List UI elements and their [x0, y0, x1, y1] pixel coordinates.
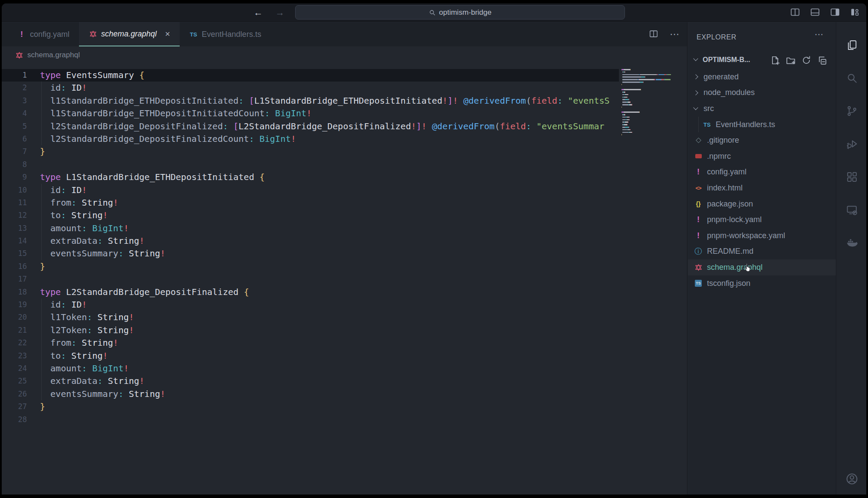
file-.npmrc[interactable]: .npmrc	[688, 148, 836, 164]
code-line-4[interactable]: 4 l1StandardBridge_ETHDepositInitiatedCo…	[2, 107, 619, 120]
tree-item-label: index.html	[707, 183, 743, 193]
file-schema.graphql[interactable]: schema.graphql	[688, 259, 836, 275]
source-control-icon[interactable]	[837, 98, 866, 124]
file-pnpm-lock.yaml[interactable]: !pnpm-lock.yaml	[688, 212, 836, 228]
code-line-18[interactable]: 18type L2StandardBridge_DepositFinalized…	[2, 286, 619, 298]
ts-icon: TS	[189, 31, 198, 38]
file-config.yaml[interactable]: !config.yaml	[688, 164, 836, 180]
split-editor-icon[interactable]	[649, 29, 659, 39]
new-file-icon[interactable]	[770, 56, 780, 67]
breadcrumb[interactable]: schema.graphql	[2, 46, 687, 64]
workspace-section-header[interactable]: OPTIMISM-B...	[688, 54, 836, 67]
line-number: 3	[2, 95, 27, 107]
line-number: 27	[2, 400, 27, 413]
minimap-line	[621, 72, 681, 73]
nav-back-icon[interactable]: ←	[253, 7, 264, 18]
code-line-15[interactable]: 15 eventsSummary: String!	[2, 247, 619, 260]
explorer-icon[interactable]	[837, 32, 866, 59]
line-number: 8	[2, 158, 27, 171]
tab-label: schema.graphql	[101, 29, 157, 39]
code-line-27[interactable]: 27}	[2, 400, 619, 413]
nav-forward-icon[interactable]: →	[274, 7, 286, 18]
minimap[interactable]	[621, 69, 681, 139]
tab-label: config.yaml	[30, 30, 69, 39]
customize-layout-icon[interactable]	[850, 7, 860, 17]
split-editor-icon[interactable]	[790, 7, 800, 17]
code-line-5[interactable]: 5 l2StandardBridge_DepositFinalized: [L2…	[2, 120, 619, 133]
vscode-window: ← → optimism-bridge !config.yamlschema.g…	[2, 3, 866, 495]
line-number: 11	[2, 197, 27, 209]
code-line-12[interactable]: 12 to: String!	[2, 209, 619, 222]
tree-item-label: EventHandlers.ts	[716, 120, 775, 129]
folder-node_modules[interactable]: node_modules	[688, 85, 836, 101]
line-number: 14	[2, 235, 27, 247]
code-editor[interactable]: 1type EventsSummary {2 id: ID!3 l1Standa…	[2, 64, 619, 495]
code-line-16[interactable]: 16}	[2, 260, 619, 273]
toggle-panel-icon[interactable]	[810, 7, 820, 17]
folder-generated[interactable]: generated	[688, 69, 836, 85]
file-pnpm-workspace.yaml[interactable]: !pnpm-workspace.yaml	[688, 228, 836, 244]
code-line-19[interactable]: 19 id: ID!	[2, 298, 619, 311]
file-.gitignore[interactable]: .gitignore	[688, 132, 836, 148]
minimap-line	[621, 84, 681, 85]
remote-explorer-icon[interactable]	[837, 197, 866, 223]
title-bar: ← → optimism-bridge	[2, 3, 866, 22]
account-icon[interactable]	[837, 472, 866, 486]
tab-label: EventHandlers.ts	[202, 30, 261, 39]
editor-more-actions-icon[interactable]: ⋯	[670, 29, 680, 40]
workspace-name: OPTIMISM-B...	[703, 56, 750, 64]
file-tsconfig.json[interactable]: TStsconfig.json	[688, 275, 836, 292]
file-README.md[interactable]: ⓘREADME.md	[688, 244, 836, 260]
code-line-17[interactable]: 17	[2, 273, 619, 285]
line-number: 15	[2, 247, 27, 260]
code-line-24[interactable]: 24 amount: BigInt!	[2, 362, 619, 375]
collapse-all-icon[interactable]	[817, 56, 827, 67]
code-line-23[interactable]: 23 to: String!	[2, 350, 619, 362]
new-folder-icon[interactable]	[786, 56, 796, 67]
code-line-1[interactable]: 1type EventsSummary {	[2, 69, 619, 82]
code-line-8[interactable]: 8	[2, 158, 619, 171]
minimap-line	[621, 129, 681, 131]
code-line-6[interactable]: 6 l2StandardBridge_DepositFinalizedCount…	[2, 133, 619, 145]
code-line-2[interactable]: 2 id: ID!	[2, 82, 619, 94]
code-line-28[interactable]: 28	[2, 413, 619, 426]
line-number: 20	[2, 311, 27, 324]
ts-icon: TS	[703, 121, 711, 128]
code-line-11[interactable]: 11 from: String!	[2, 197, 619, 209]
line-number: 4	[2, 107, 27, 120]
code-line-9[interactable]: 9type L1StandardBridge_ETHDepositInitiat…	[2, 171, 619, 183]
code-line-20[interactable]: 20 l1Token: String!	[2, 311, 619, 324]
code-line-10[interactable]: 10 id: ID!	[2, 184, 619, 197]
code-line-13[interactable]: 13 amount: BigInt!	[2, 222, 619, 235]
toggle-right-sidebar-icon[interactable]	[830, 7, 840, 17]
file-EventHandlers.ts[interactable]: TSEventHandlers.ts	[688, 117, 836, 133]
file-package.json[interactable]: {}package.json	[688, 196, 836, 212]
tab-schema.graphql[interactable]: schema.graphql×	[79, 22, 180, 46]
explorer-more-actions-icon[interactable]: ⋯	[815, 29, 824, 39]
code-line-26[interactable]: 26 eventsSummary: String!	[2, 388, 619, 400]
code-line-25[interactable]: 25 extraData: String!	[2, 375, 619, 387]
code-line-21[interactable]: 21 l2Token: String!	[2, 324, 619, 337]
tree-item-label: src	[704, 104, 714, 113]
search-icon[interactable]	[837, 65, 866, 92]
yaml-icon: !	[694, 215, 703, 224]
tab-bar: !config.yamlschema.graphql×TSEventHandle…	[2, 22, 687, 46]
code-line-14[interactable]: 14 extraData: String!	[2, 235, 619, 247]
extensions-icon[interactable]	[837, 164, 866, 190]
command-center-search[interactable]: optimism-bridge	[295, 5, 625, 20]
code-line-3[interactable]: 3 l1StandardBridge_ETHDepositInitiated: …	[2, 95, 619, 107]
tab-EventHandlers.ts[interactable]: TSEventHandlers.ts	[180, 22, 271, 46]
close-tab-icon[interactable]: ×	[165, 29, 170, 38]
file-index.html[interactable]: <>index.html	[688, 180, 836, 196]
refresh-icon[interactable]	[802, 56, 811, 67]
minimap-line	[621, 82, 681, 83]
search-value: optimism-bridge	[439, 8, 492, 17]
run-debug-icon[interactable]	[837, 131, 866, 157]
code-line-22[interactable]: 22 from: String!	[2, 337, 619, 349]
tsconfig-icon: TS	[694, 280, 703, 287]
folder-src[interactable]: src	[688, 101, 836, 117]
code-line-7[interactable]: 7}	[2, 145, 619, 158]
docker-icon[interactable]	[837, 229, 866, 256]
yaml-icon: !	[694, 167, 703, 177]
tab-config.yaml[interactable]: !config.yaml	[8, 22, 79, 46]
